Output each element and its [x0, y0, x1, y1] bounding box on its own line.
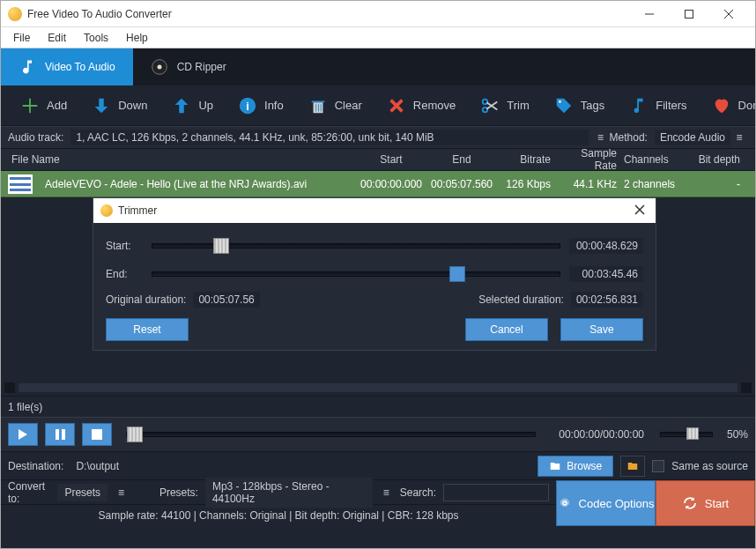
orig-duration-value: 00:05:07.56 [193, 292, 259, 308]
tab-label: CD Ripper [177, 61, 226, 73]
music-note-icon [19, 58, 36, 76]
svg-text:i: i [246, 99, 249, 112]
toolbar: Add Down Up i Info Clear Remove Trim Tag… [1, 85, 755, 126]
menu-help[interactable]: Help [117, 27, 157, 48]
col-sample-rate[interactable]: Sample Rate [554, 147, 620, 172]
file-list-header: File Name Start End Bitrate Sample Rate … [1, 149, 755, 171]
start-button[interactable]: Start [656, 480, 755, 526]
horizontal-scrollbar[interactable] [1, 380, 755, 396]
codec-info-line: Sample rate: 44100 | Channels: Original … [1, 505, 556, 526]
playback-bar: 00:00:00/00:00:00 50% [1, 417, 755, 452]
donate-button[interactable]: Donate [712, 96, 756, 115]
info-icon: i [238, 96, 257, 115]
method-label: Method: [610, 131, 648, 144]
sel-duration-label: Selected duration: [478, 293, 564, 306]
preset-menu-icon[interactable]: ≡ [380, 486, 393, 499]
playback-slider[interactable] [126, 432, 536, 437]
trim-end-slider[interactable] [152, 271, 560, 277]
file-end: 00:05:07.560 [426, 178, 497, 190]
file-row[interactable]: AdeleVEVO - Adele - Hello (Live at the N… [1, 171, 755, 197]
audio-track-menu-icon[interactable]: ≡ [592, 131, 610, 144]
volume-slider[interactable] [660, 432, 713, 437]
down-button[interactable]: Down [92, 96, 147, 115]
trim-end-label: End: [106, 268, 143, 280]
browse-button[interactable]: Browse [537, 456, 613, 477]
svg-point-2 [157, 65, 161, 70]
convert-to-menu-icon[interactable]: ≡ [115, 486, 128, 499]
cd-icon [151, 58, 168, 76]
x-icon [387, 96, 406, 115]
convert-to-select[interactable]: Presets [57, 484, 107, 501]
up-button[interactable]: Up [172, 96, 213, 115]
trim-cancel-button[interactable]: Cancel [465, 318, 548, 341]
minimize-button[interactable] [629, 2, 669, 26]
recent-folders-button[interactable] [620, 456, 645, 477]
trimmer-close-button[interactable] [631, 203, 649, 219]
trim-reset-button[interactable]: Reset [106, 318, 189, 341]
playback-time: 00:00:00/00:00:00 [559, 428, 644, 441]
heart-icon [712, 96, 731, 115]
col-start[interactable]: Start [356, 153, 426, 166]
filters-button[interactable]: Filters [629, 96, 686, 115]
trim-start-value[interactable]: 00:00:48.629 [569, 238, 643, 254]
preset-search-input[interactable] [443, 484, 549, 501]
refresh-icon [682, 495, 698, 511]
trim-start-slider[interactable] [152, 243, 560, 249]
file-count: 1 file(s) [1, 396, 755, 417]
search-label: Search: [400, 486, 436, 499]
preset-select[interactable]: Mp3 - 128kbps - Stereo - 44100Hz [205, 478, 373, 508]
titlebar: Free Video To Audio Converter [1, 1, 755, 27]
folder-icon [549, 460, 561, 472]
col-end[interactable]: End [426, 153, 497, 166]
col-channels[interactable]: Channels [620, 153, 691, 166]
trim-end-value[interactable]: 00:03:45.46 [569, 266, 643, 282]
sel-duration-value: 00:02:56.831 [571, 292, 643, 308]
destination-label: Destination: [8, 460, 63, 472]
remove-button[interactable]: Remove [387, 96, 456, 115]
arrow-up-icon [172, 96, 191, 115]
file-bit-depth: - [691, 178, 744, 190]
scroll-left-icon[interactable] [4, 382, 15, 393]
same-as-source-label: Same as source [671, 460, 748, 472]
pause-button[interactable] [45, 423, 75, 446]
scroll-track[interactable] [19, 383, 737, 392]
audio-track-select[interactable]: 1, AAC LC, 126 Kbps, 2 channels, 44.1 KH… [70, 130, 588, 145]
scroll-right-icon[interactable] [741, 382, 752, 393]
tags-button[interactable]: Tags [554, 96, 604, 115]
menu-edit[interactable]: Edit [39, 27, 75, 48]
menubar: File Edit Tools Help [1, 27, 755, 48]
col-bitrate[interactable]: Bitrate [497, 153, 554, 166]
clear-button[interactable]: Clear [308, 96, 362, 115]
trim-button[interactable]: Trim [480, 96, 530, 115]
destination-input[interactable] [70, 456, 530, 476]
trim-save-button[interactable]: Save [560, 318, 643, 341]
tab-video-to-audio[interactable]: Video To Audio [1, 48, 133, 85]
info-button[interactable]: i Info [238, 96, 284, 115]
play-button[interactable] [8, 423, 38, 446]
tag-icon [554, 96, 574, 115]
file-channels: 2 channels [620, 178, 691, 190]
video-file-icon [8, 174, 33, 194]
file-bitrate: 126 Kbps [497, 178, 554, 190]
tab-label: Video To Audio [45, 61, 115, 73]
svg-rect-0 [685, 10, 693, 18]
col-bit-depth[interactable]: Bit depth [691, 153, 744, 166]
tab-cd-ripper[interactable]: CD Ripper [133, 48, 244, 85]
bottom-bar: Convert to: Presets ≡ Presets: Mp3 - 128… [1, 480, 755, 526]
same-as-source-checkbox[interactable] [652, 460, 664, 472]
add-button[interactable]: Add [20, 96, 67, 115]
close-button[interactable] [708, 2, 748, 26]
method-select[interactable]: Encode Audio [655, 130, 730, 145]
plus-icon [20, 96, 40, 115]
codec-options-button[interactable]: Codec Options [556, 480, 656, 526]
menu-file[interactable]: File [4, 27, 39, 48]
maximize-button[interactable] [669, 2, 708, 26]
method-menu-icon[interactable]: ≡ [730, 131, 748, 144]
trimmer-title: Trimmer [118, 204, 631, 217]
menu-tools[interactable]: Tools [75, 27, 117, 48]
file-sample-rate: 44.1 KHz [554, 178, 620, 190]
volume-percent: 50% [720, 428, 748, 441]
col-filename[interactable]: File Name [8, 153, 356, 166]
app-logo-icon [8, 7, 22, 21]
stop-button[interactable] [82, 423, 112, 446]
